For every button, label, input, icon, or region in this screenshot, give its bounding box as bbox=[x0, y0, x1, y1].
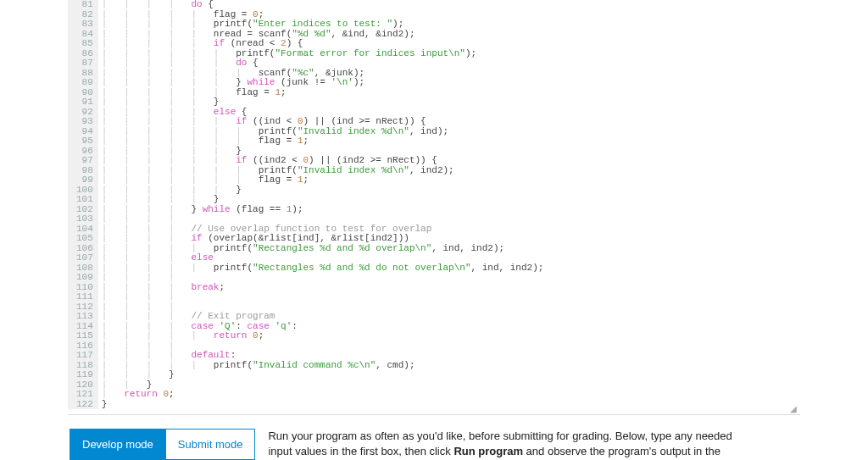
line-number: 99 bbox=[76, 175, 93, 186]
line-number: 101 bbox=[76, 195, 93, 205]
line-number: 81 bbox=[76, 0, 93, 10]
line-number: 83 bbox=[76, 19, 93, 30]
line-number: 122 bbox=[76, 400, 93, 410]
code-editor[interactable]: 8182838485868788899091929394959697989910… bbox=[68, 0, 800, 415]
line-number: 103 bbox=[76, 214, 93, 224]
code-line[interactable]: | | | | | return 0; bbox=[102, 331, 800, 341]
line-number: 111 bbox=[76, 292, 93, 302]
line-number: 85 bbox=[76, 39, 93, 49]
mode-toolbar: Develop mode Submit mode Run your progra… bbox=[70, 429, 798, 460]
line-number: 117 bbox=[76, 351, 93, 361]
line-number: 107 bbox=[76, 253, 93, 263]
line-number: 93 bbox=[76, 117, 93, 127]
code-line[interactable]: | | } bbox=[102, 380, 800, 391]
line-number: 109 bbox=[76, 273, 93, 283]
code-line[interactable]: | return 0; bbox=[102, 390, 800, 400]
line-number: 87 bbox=[76, 58, 93, 69]
line-number: 119 bbox=[76, 370, 93, 380]
line-number: 97 bbox=[76, 156, 93, 166]
code-line[interactable]: | | | } bbox=[102, 370, 800, 380]
line-number: 121 bbox=[76, 390, 93, 400]
submit-mode-button[interactable]: Submit mode bbox=[165, 429, 256, 460]
line-number: 115 bbox=[76, 331, 93, 341]
code-line[interactable]: } bbox=[102, 400, 800, 410]
code-content[interactable]: | | | | do {| | | | | flag = 0;| | | | |… bbox=[98, 0, 800, 409]
line-number: 91 bbox=[76, 97, 93, 108]
line-number: 89 bbox=[76, 78, 93, 88]
code-line[interactable]: | | | | break; bbox=[102, 283, 800, 293]
line-number: 113 bbox=[76, 312, 93, 322]
code-line[interactable]: | | | | | printf("Rectangles %d and %d d… bbox=[102, 263, 800, 274]
line-number-gutter: 8182838485868788899091929394959697989910… bbox=[68, 0, 98, 409]
develop-mode-button[interactable]: Develop mode bbox=[70, 429, 166, 460]
line-number: 105 bbox=[76, 234, 93, 244]
line-number: 95 bbox=[76, 136, 93, 147]
code-line[interactable]: | | | | | printf("Invalid command %c\n",… bbox=[102, 361, 800, 371]
code-line[interactable]: | | | | bbox=[102, 292, 800, 302]
help-text: Run your program as often as you'd like,… bbox=[268, 429, 798, 459]
code-line[interactable]: | | | | } while (flag == 1); bbox=[102, 205, 800, 215]
resize-handle-icon[interactable]: ◢ bbox=[790, 404, 798, 413]
